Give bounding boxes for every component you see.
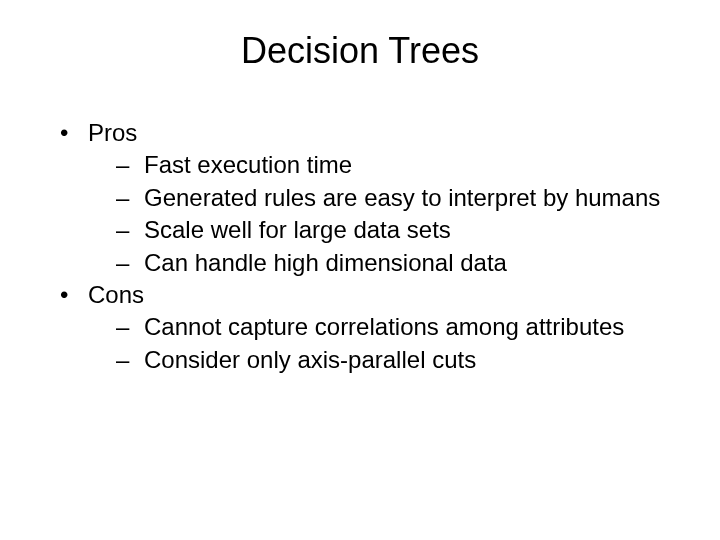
list-item: Fast execution time: [116, 149, 680, 181]
top-level-list: Pros Fast execution time Generated rules…: [40, 117, 680, 376]
pros-label: Pros: [88, 119, 137, 146]
cons-label: Cons: [88, 281, 144, 308]
list-item: Can handle high dimensional data: [116, 247, 680, 279]
pros-section: Pros Fast execution time Generated rules…: [60, 117, 680, 279]
list-item: Generated rules are easy to interpret by…: [116, 182, 680, 214]
cons-section: Cons Cannot capture correlations among a…: [60, 279, 680, 376]
list-item: Consider only axis-parallel cuts: [116, 344, 680, 376]
slide-content: Pros Fast execution time Generated rules…: [40, 117, 680, 376]
pros-list: Fast execution time Generated rules are …: [88, 149, 680, 279]
list-item: Scale well for large data sets: [116, 214, 680, 246]
cons-list: Cannot capture correlations among attrib…: [88, 311, 680, 376]
slide-title: Decision Trees: [40, 30, 680, 72]
list-item: Cannot capture correlations among attrib…: [116, 311, 680, 343]
